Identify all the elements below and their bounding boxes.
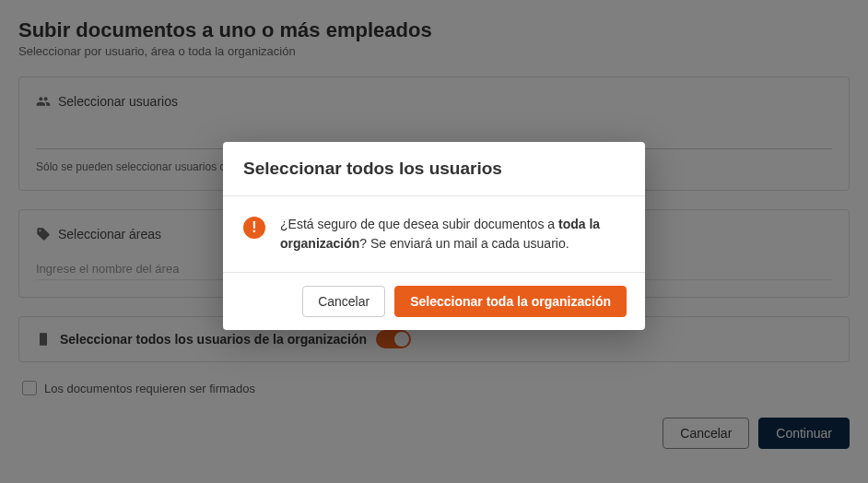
modal-title: Seleccionar todos los usuarios xyxy=(243,159,625,179)
modal-overlay[interactable]: Seleccionar todos los usuarios ! ¿Está s… xyxy=(0,0,868,483)
modal-text: ¿Está seguro de que desea subir document… xyxy=(280,215,625,253)
modal-cancel-button[interactable]: Cancelar xyxy=(302,286,385,317)
modal-confirm-button[interactable]: Seleccionar toda la organización xyxy=(394,286,627,317)
modal-header: Seleccionar todos los usuarios xyxy=(223,142,645,196)
warning-icon: ! xyxy=(243,217,265,239)
modal-text-pre: ¿Está seguro de que desea subir document… xyxy=(280,217,558,231)
confirm-modal: Seleccionar todos los usuarios ! ¿Está s… xyxy=(223,142,645,330)
modal-text-post: ? Se enviará un mail a cada usuario. xyxy=(359,236,569,251)
modal-footer: Cancelar Seleccionar toda la organizació… xyxy=(223,273,645,330)
modal-body: ! ¿Está seguro de que desea subir docume… xyxy=(223,196,645,273)
